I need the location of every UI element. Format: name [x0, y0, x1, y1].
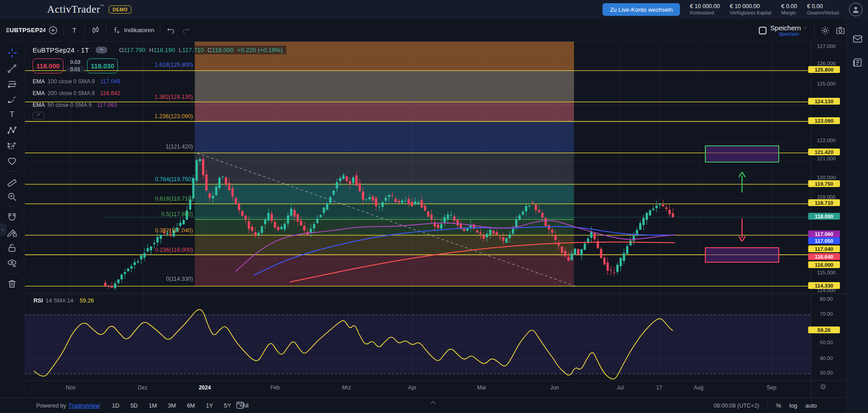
- price-tick: 125.000: [809, 81, 844, 86]
- clock[interactable]: 08:00:08 (UTC+2): [714, 403, 759, 409]
- time-tick: Sep: [756, 384, 787, 391]
- timeframe-button[interactable]: T: [67, 23, 82, 38]
- indicator-row-ema50[interactable]: EMA50 close 0 SMA 9117.063: [33, 102, 117, 108]
- plus-circle-icon: [48, 25, 58, 35]
- range-button-1d[interactable]: 1D: [109, 401, 123, 410]
- auto-scale-toggle[interactable]: auto: [805, 402, 817, 409]
- percent-scale-toggle[interactable]: %: [776, 402, 781, 409]
- time-tick: Jul: [604, 384, 636, 391]
- symbol-button[interactable]: EUBTPSEP24: [6, 23, 45, 38]
- tradingview-link[interactable]: TradingView: [68, 403, 100, 409]
- time-tick: Dez: [127, 384, 159, 391]
- indicators-button[interactable]: Indikatoren: [109, 23, 157, 38]
- ohlc-key: L: [179, 47, 183, 53]
- switch-to-live-button[interactable]: Zu Live-Konto wechseln: [603, 3, 680, 16]
- compare-add-button[interactable]: [45, 23, 61, 38]
- price-tick: 126.000: [809, 61, 844, 66]
- app-logo: ActivTrader™: [47, 4, 104, 15]
- ohlc-key: O: [119, 47, 124, 53]
- pane-divider[interactable]: [25, 293, 846, 294]
- brand: ActivTrader™ DEMO: [47, 0, 131, 19]
- demo-badge: DEMO: [109, 5, 131, 14]
- undo-button[interactable]: [163, 23, 178, 38]
- news-button[interactable]: [852, 57, 863, 70]
- user-avatar[interactable]: [849, 3, 863, 16]
- candlestick-icon: [91, 25, 101, 35]
- range-button-6m[interactable]: 6M: [183, 401, 198, 410]
- ohlc-key: C: [207, 47, 212, 53]
- time-axis-divider: [25, 380, 846, 381]
- axis-settings-icon[interactable]: [819, 383, 827, 393]
- undo-icon: [166, 26, 175, 35]
- price-label-badge: 125.800: [808, 66, 840, 73]
- save-layout-button[interactable]: Speichern Speichern: [770, 24, 808, 37]
- emoji-tool[interactable]: [4, 153, 21, 168]
- fib-level-label: 1.618(125.800): [0, 62, 193, 68]
- chart-style-button[interactable]: [88, 23, 103, 38]
- camera-icon: [835, 25, 845, 35]
- fib-level-label: 1(121.420): [0, 144, 193, 150]
- account-margin: € 0.00Margin: [781, 3, 797, 16]
- hide-drawings-tool[interactable]: [4, 255, 21, 271]
- ohlc-value: 118.190: [154, 47, 175, 53]
- change-value: +0.220 (+0.19%): [237, 47, 283, 53]
- range-button-1y[interactable]: 1Y: [203, 401, 216, 410]
- fib-level-label: 1.236(123.090): [0, 113, 193, 120]
- app-root: ActivTrader™ DEMO Zu Live-Konto wechseln…: [0, 0, 868, 413]
- ohlc-value: 117.710: [182, 47, 204, 53]
- ohlc-values: O117.790H118.190L117.710C118.000+0.220 (…: [116, 46, 286, 54]
- time-tick: Mai: [466, 384, 497, 391]
- legend-collapse-chip[interactable]: −: [96, 47, 107, 53]
- pattern-tool[interactable]: [4, 122, 21, 138]
- collapse-pane-button[interactable]: [429, 399, 437, 407]
- fib-level-label: 0.236(116.000): [0, 247, 193, 253]
- go-to-date-button[interactable]: [236, 400, 245, 411]
- price-label-badge: 114.330: [808, 282, 840, 289]
- range-button-5y[interactable]: 5Y: [221, 401, 234, 410]
- price-tick: 127.000: [809, 43, 844, 49]
- account-available: € 10 000.00Verfügbares Kapital: [730, 3, 772, 16]
- price-label-badge: 121.420: [808, 149, 840, 155]
- save-layout-checkbox[interactable]: [759, 27, 767, 34]
- rsi-legend[interactable]: RSI14 SMA 1459.26: [34, 298, 94, 304]
- fib-level-label: 0.618(118.710): [0, 196, 193, 202]
- fib-level-label: 0.5(117.880): [0, 211, 193, 217]
- price-tick: 115.000: [809, 270, 844, 275]
- symbol-title[interactable]: EuBTPSep24 · 1T: [33, 46, 89, 54]
- time-tick: Mrz: [331, 384, 362, 391]
- indicator-row-ema100[interactable]: EMA100 close 0 SMA 9117.049: [33, 78, 121, 85]
- time-tick: 2024: [189, 384, 221, 391]
- price-label-badge: 118.000: [808, 213, 840, 220]
- price-label-badge: 119.750: [808, 180, 840, 187]
- crosshair-tool[interactable]: [4, 45, 21, 61]
- price-label-badge: 117.040: [808, 245, 840, 252]
- fx-icon: [112, 26, 121, 35]
- time-tick: Jun: [539, 384, 570, 391]
- mail-button[interactable]: [852, 34, 863, 46]
- ohlc-value: 118.000: [212, 47, 234, 53]
- chart-settings-button[interactable]: [817, 23, 833, 38]
- price-tick: 122.000: [809, 138, 844, 143]
- fib-level-label: 0.382(117.040): [0, 227, 193, 234]
- redo-icon: [182, 26, 191, 35]
- range-button-5d[interactable]: 5D: [127, 401, 141, 410]
- price-label-badge: 117.050: [808, 237, 840, 244]
- gear-icon: [820, 26, 830, 35]
- chart-toolbar: EUBTPSEP24 T Indikatoren Speichern Speic…: [5, 19, 868, 42]
- log-scale-toggle[interactable]: log: [789, 402, 797, 409]
- fib-lines-tool[interactable]: [4, 76, 21, 91]
- account-pnl: € 0.00Gewinn/Verlust: [807, 3, 839, 16]
- ohlc-key: H: [149, 47, 154, 53]
- redo-button[interactable]: [178, 23, 194, 38]
- price-label-badge: 124.130: [808, 98, 840, 105]
- snapshot-camera-button[interactable]: [833, 23, 848, 38]
- time-tick: 17: [643, 384, 675, 391]
- price-tick: 121.000: [809, 156, 844, 161]
- time-tick: Nov: [55, 384, 87, 391]
- range-button-3m[interactable]: 3M: [164, 401, 179, 410]
- time-tick: Aug: [683, 384, 714, 391]
- range-button-1m[interactable]: 1M: [145, 401, 160, 410]
- fib-level-label: 1.382(124.130): [0, 94, 193, 100]
- price-tick: 30.00: [809, 370, 844, 375]
- chart-legend: EuBTPSep24 · 1T − O117.790H118.190L117.7…: [33, 46, 286, 54]
